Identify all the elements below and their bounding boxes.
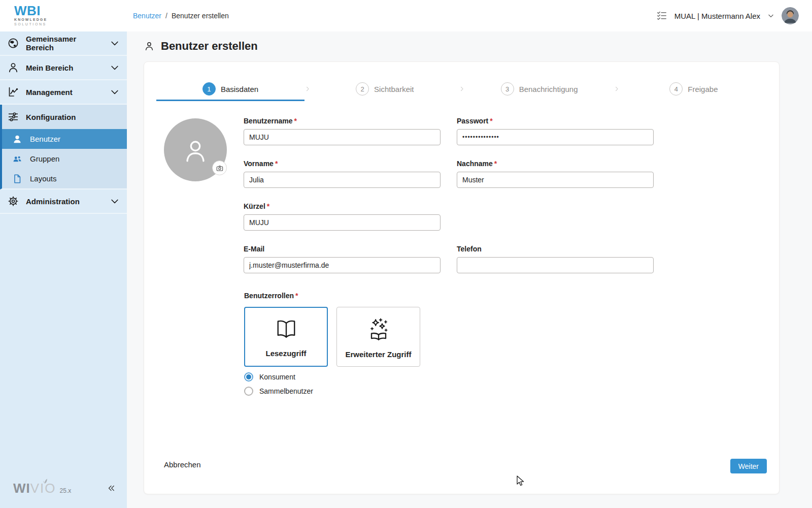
field-email: E-Mail — [244, 245, 441, 273]
sidebar: WBI KNOWLEDGE SOLUTIONS Gemeinsamer Bere… — [0, 0, 127, 508]
step-label: Benachrichtigung — [519, 85, 578, 93]
breadcrumb: Benutzer / Benutzer erstellen — [133, 12, 229, 20]
person-icon — [144, 41, 155, 52]
gear-icon — [7, 195, 19, 207]
field-label: Kürzel — [244, 202, 265, 210]
app-logo: WBI KNOWLEDGE SOLUTIONS — [0, 0, 127, 31]
role-card-lesezugriff[interactable]: Lesezugriff — [244, 307, 328, 367]
email-input[interactable] — [244, 257, 441, 273]
sidebar-footer: WIVIO 25.x — [0, 475, 127, 508]
sidebar-item-benutzer[interactable]: Benutzer — [2, 129, 127, 149]
page-title: Benutzer erstellen — [161, 40, 258, 53]
field-label: Telefon — [457, 245, 482, 253]
magic-book-icon — [364, 315, 393, 346]
wivio-logo: WIVIO 25.x — [13, 481, 71, 496]
radio-label: Konsument — [259, 373, 295, 381]
step-tab-basisdaten[interactable]: 1 Basisdaten — [156, 77, 304, 101]
topbar-right: MUAL | Mustermann Alex — [656, 7, 799, 24]
sidebar-group-konfiguration: Konfiguration Benutzer Gruppen Layouts — [0, 105, 127, 189]
step-number: 3 — [501, 82, 514, 96]
nachname-input[interactable] — [457, 172, 654, 188]
document-icon — [11, 173, 23, 185]
chevron-right-icon — [459, 77, 465, 101]
breadcrumb-current: Benutzer erstellen — [172, 12, 229, 20]
chevron-down-icon — [110, 62, 120, 73]
sidebar-item-label: Benutzer — [30, 135, 120, 143]
page-title-row: Benutzer erstellen — [144, 40, 258, 53]
radio-icon — [244, 372, 253, 382]
required-mark: * — [267, 202, 269, 210]
field-label: E-Mail — [244, 245, 264, 253]
required-mark: * — [275, 160, 278, 168]
current-user-label: MUAL | Mustermann Alex — [674, 12, 760, 20]
step-label: Basisdaten — [221, 85, 258, 93]
radio-icon — [244, 387, 253, 396]
sidebar-item-label: Konfiguration — [26, 113, 120, 121]
telefon-input[interactable] — [457, 257, 654, 273]
passwort-input[interactable] — [457, 129, 654, 145]
step-number: 1 — [202, 82, 216, 96]
role-card-label: Lesezugriff — [265, 349, 306, 358]
app-logo-text: WBI — [14, 4, 127, 17]
sidebar-item-konfiguration[interactable]: Konfiguration — [2, 105, 127, 129]
task-list-icon[interactable] — [656, 10, 667, 21]
sliders-icon — [7, 111, 19, 123]
leaf-icon — [42, 477, 48, 486]
field-benutzername: Benutzername* — [244, 117, 441, 145]
role-card-label: Erweiterter Zugriff — [345, 350, 411, 359]
sidebar-item-layouts[interactable]: Layouts — [2, 169, 127, 188]
chevron-down-icon — [110, 87, 120, 97]
main-area: Benutzer / Benutzer erstellen MUAL | Mus… — [127, 0, 812, 508]
sidebar-item-management[interactable]: Management — [0, 80, 127, 105]
sidebar-item-gemeinsamer-bereich[interactable]: Gemeinsamer Bereich — [0, 31, 127, 56]
sidebar-item-label: Mein Bereich — [26, 64, 103, 72]
field-passwort: Passwort* — [457, 117, 654, 145]
sidebar-item-gruppen[interactable]: Gruppen — [2, 149, 127, 169]
step-label: Sichtbarkeit — [374, 85, 414, 93]
vorname-input[interactable] — [244, 172, 441, 188]
topbar: Benutzer / Benutzer erstellen MUAL | Mus… — [127, 0, 812, 31]
user-avatar[interactable] — [782, 7, 799, 24]
sidebar-item-label: Management — [26, 88, 103, 97]
sidebar-item-label: Administration — [26, 197, 103, 206]
chevron-down-icon — [110, 38, 120, 48]
sidebar-item-mein-bereich[interactable]: Mein Bereich — [0, 56, 127, 80]
step-number: 4 — [669, 82, 683, 96]
globe-icon — [7, 37, 19, 49]
required-mark: * — [295, 292, 298, 300]
collapse-sidebar-icon[interactable] — [107, 484, 116, 493]
required-mark: * — [494, 160, 497, 168]
field-label: Vorname — [244, 160, 274, 168]
cancel-button[interactable]: Abbrechen — [164, 460, 201, 469]
sidebar-item-administration[interactable]: Administration — [0, 189, 127, 214]
chevron-down-icon[interactable] — [767, 12, 774, 19]
step-tab-freigabe[interactable]: 4 Freigabe — [620, 77, 768, 101]
sidebar-item-label: Gruppen — [30, 154, 120, 163]
people-group-icon — [11, 153, 23, 165]
kuerzel-input[interactable] — [244, 214, 441, 231]
open-book-icon — [273, 316, 299, 345]
camera-icon[interactable] — [212, 161, 227, 175]
chevron-right-icon — [614, 77, 620, 101]
field-nachname: Nachname* — [457, 160, 654, 188]
radio-konsument[interactable]: Konsument — [244, 372, 295, 382]
step-number: 2 — [356, 82, 369, 96]
benutzerrollen-label: Benutzerrollen* — [244, 292, 298, 300]
field-telefon: Telefon — [457, 245, 654, 273]
benutzername-input[interactable] — [244, 129, 441, 145]
avatar-upload[interactable] — [164, 118, 227, 181]
step-tab-sichtbarkeit[interactable]: 2 Sichtbarkeit — [311, 77, 459, 101]
required-mark: * — [490, 117, 492, 125]
user-icon — [11, 133, 23, 145]
breadcrumb-link-benutzer[interactable]: Benutzer — [133, 12, 161, 20]
role-card-erweiterter-zugriff[interactable]: Erweiterter Zugriff — [336, 307, 420, 367]
breadcrumb-separator: / — [165, 12, 167, 20]
next-button[interactable]: Weiter — [730, 459, 767, 473]
field-label: Nachname — [457, 160, 493, 168]
field-kuerzel: Kürzel* — [244, 202, 441, 231]
chevron-right-icon — [304, 77, 311, 101]
person-icon — [7, 61, 19, 74]
radio-sammelbenutzer[interactable]: Sammelbenutzer — [244, 386, 313, 396]
chevron-down-icon — [110, 196, 120, 206]
step-tab-benachrichtigung[interactable]: 3 Benachrichtigung — [465, 77, 614, 101]
